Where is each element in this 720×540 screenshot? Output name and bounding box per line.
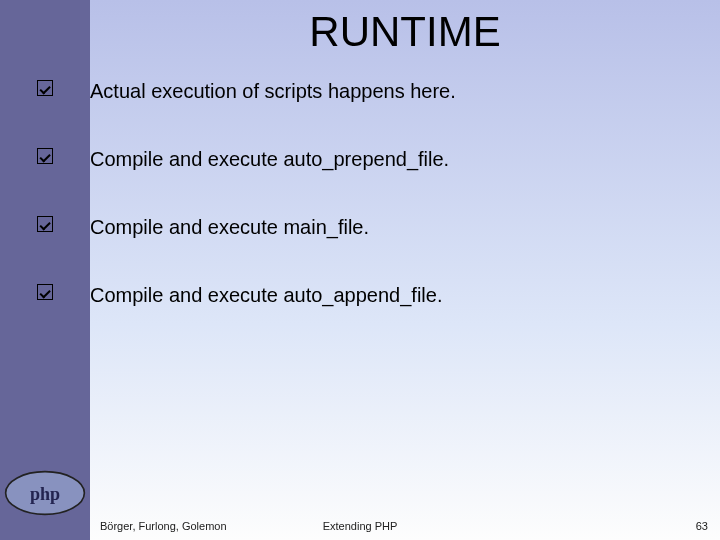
list-item: Compile and execute main_file. [0,214,720,240]
php-logo-icon: php [4,470,86,516]
bullet-list: Actual execution of scripts happens here… [0,78,720,350]
checkbox-icon [37,148,53,164]
footer-page-number: 63 [696,520,708,532]
bullet-text: Compile and execute main_file. [90,214,389,240]
logo-text: php [30,484,60,504]
checkbox-icon [37,284,53,300]
list-item: Compile and execute auto_prepend_file. [0,146,720,172]
list-item: Compile and execute auto_append_file. [0,282,720,308]
footer-title: Extending PHP [0,520,720,532]
checkbox-icon [37,216,53,232]
bullet-text: Compile and execute auto_prepend_file. [90,146,469,172]
slide-title: RUNTIME [90,8,720,56]
list-item: Actual execution of scripts happens here… [0,78,720,104]
checkbox-icon [37,80,53,96]
bullet-text: Compile and execute auto_append_file. [90,282,462,308]
bullet-text: Actual execution of scripts happens here… [90,78,476,104]
